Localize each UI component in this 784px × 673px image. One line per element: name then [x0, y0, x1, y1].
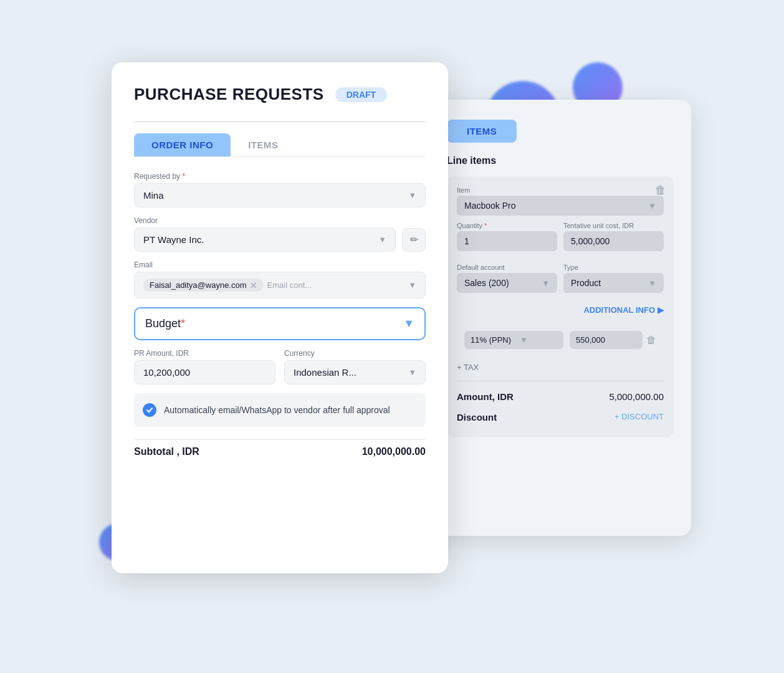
pr-amount-label: PR Amount, IDR — [134, 349, 275, 358]
vendor-chevron-icon: ▼ — [378, 235, 386, 244]
vendor-row: PT Wayne Inc. ▼ ✏ — [134, 227, 426, 252]
item-field: Item Macbook Pro ▼ — [457, 186, 664, 216]
auto-email-label: Automatically email/WhatsApp to vendor a… — [164, 405, 390, 415]
add-tax-button[interactable]: + TAX — [457, 363, 664, 372]
email-label: Email — [134, 260, 426, 269]
budget-label: Budget* — [145, 317, 185, 330]
budget-chevron-icon: ▼ — [403, 317, 414, 330]
delete-line-item-icon[interactable]: 🗑 — [655, 184, 666, 197]
delete-tax-icon[interactable]: 🗑 — [646, 335, 656, 346]
email-chip-remove[interactable]: ✕ — [250, 281, 257, 290]
subtotal-value: 10,000,000.00 — [362, 446, 426, 457]
tab-order-info[interactable]: ORDER INFO — [134, 133, 231, 156]
quantity-label: Quantity * — [457, 222, 557, 229]
email-group: Email Faisal_aditya@wayne.com ✕ Email co… — [134, 260, 426, 298]
status-badge: DRAFT — [335, 87, 387, 102]
quantity-value[interactable]: 1 — [457, 231, 557, 251]
tab-bar: ORDER INFO ITEMS — [134, 133, 426, 157]
tab-items[interactable]: ITEMS — [231, 133, 295, 156]
items-tab-button[interactable]: ITEMS — [447, 120, 517, 143]
type-label: Type — [563, 264, 664, 271]
email-chip: Faisal_aditya@wayne.com ✕ — [143, 279, 264, 292]
requested-by-chevron-icon: ▼ — [408, 191, 416, 200]
item-chevron-icon: ▼ — [648, 201, 656, 211]
budget-field[interactable]: Budget* ▼ — [134, 307, 426, 340]
page-title: PURCHASE REQUESTS — [134, 85, 324, 104]
unit-cost-field: Tentative unit cost, IDR 5,000,000 — [563, 222, 664, 251]
additional-info-arrow-icon: ▶ — [657, 305, 664, 315]
vendor-edit-button[interactable]: ✏ — [402, 228, 426, 252]
subtotal-label: Subtotal , IDR — [134, 446, 199, 457]
vendor-input[interactable]: PT Wayne Inc. ▼ — [134, 227, 396, 252]
amount-currency-row: PR Amount, IDR 10,200,000 Currency Indon… — [134, 349, 426, 384]
tax-name-field[interactable]: 11% (PPN) ▼ — [464, 331, 563, 349]
email-input[interactable]: Faisal_aditya@wayne.com ✕ Email cont... … — [134, 272, 426, 298]
type-field: Type Product ▼ — [563, 264, 664, 293]
discount-row: Discount + DISCOUNT — [457, 407, 664, 427]
amount-label: Amount, IDR — [457, 391, 514, 402]
tax-name-chevron-icon: ▼ — [520, 335, 528, 345]
requested-by-group: Requested by * Mina ▼ — [134, 172, 426, 208]
vendor-label: Vendor — [134, 216, 426, 225]
currency-chevron-icon: ▼ — [408, 368, 416, 377]
default-account-value[interactable]: Sales (200) ▼ — [457, 273, 557, 293]
add-discount-button[interactable]: + DISCOUNT — [614, 412, 664, 422]
pr-amount-group: PR Amount, IDR 10,200,000 — [134, 349, 275, 384]
purchase-requests-card: PURCHASE REQUESTS DRAFT ORDER INFO ITEMS… — [112, 62, 448, 573]
requested-by-input[interactable]: Mina ▼ — [134, 183, 426, 208]
line-items-title: Line items — [447, 155, 674, 166]
auto-email-checkbox[interactable] — [143, 403, 156, 417]
amount-row: Amount, IDR 5,000,000.00 — [457, 386, 664, 407]
amount-value: 5,000,000.00 — [609, 391, 664, 402]
currency-group: Currency Indonesian R... ▼ — [284, 349, 426, 384]
auto-email-row: Automatically email/WhatsApp to vendor a… — [134, 393, 426, 427]
item-label: Item — [457, 186, 664, 194]
unit-cost-label: Tentative unit cost, IDR — [563, 222, 664, 229]
line-item-card: 🗑 Item Macbook Pro ▼ Quantity * 1 T — [447, 176, 674, 437]
pr-amount-input[interactable]: 10,200,000 — [134, 360, 275, 384]
unit-cost-value[interactable]: 5,000,000 — [563, 231, 664, 251]
default-account-field: Default account Sales (200) ▼ — [457, 264, 557, 293]
tax-row: 11% (PPN) ▼ 550,000 🗑 — [457, 323, 664, 356]
requested-by-label: Requested by * — [134, 172, 426, 181]
email-placeholder: Email cont... — [267, 280, 312, 290]
email-chevron-icon: ▼ — [408, 280, 416, 290]
card-header: PURCHASE REQUESTS DRAFT — [134, 85, 426, 104]
discount-label: Discount — [457, 412, 497, 422]
account-chevron-icon: ▼ — [542, 279, 550, 288]
default-account-label: Default account — [457, 264, 557, 271]
tax-amount-field[interactable]: 550,000 — [570, 331, 643, 349]
email-chips: Faisal_aditya@wayne.com ✕ Email cont... — [143, 279, 312, 292]
type-chevron-icon: ▼ — [648, 279, 656, 288]
items-card: ITEMS Line items 🗑 Item Macbook Pro ▼ Qu… — [429, 100, 691, 536]
vendor-group: Vendor PT Wayne Inc. ▼ ✏ — [134, 216, 426, 252]
subtotal-row: Subtotal , IDR 10,000,000.00 — [134, 439, 426, 457]
additional-info-button[interactable]: ADDITIONAL INFO ▶ — [457, 305, 664, 315]
quantity-field: Quantity * 1 — [457, 222, 557, 251]
currency-input[interactable]: Indonesian R... ▼ — [284, 360, 426, 384]
item-value[interactable]: Macbook Pro ▼ — [457, 196, 664, 216]
currency-label: Currency — [284, 349, 426, 358]
type-value[interactable]: Product ▼ — [563, 273, 664, 293]
